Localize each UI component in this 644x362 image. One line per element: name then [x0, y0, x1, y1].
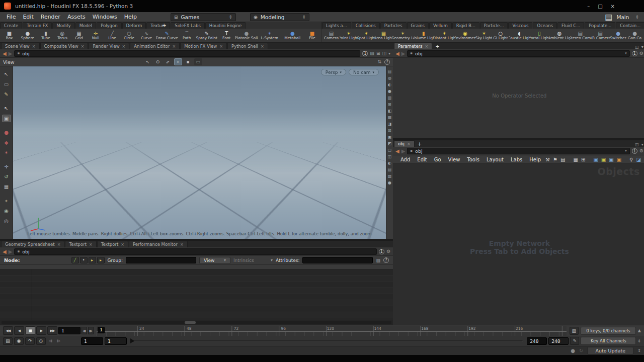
shelf-tool[interactable]: ◍ Ambient Light: [549, 29, 570, 42]
tab-close-icon[interactable]: ×: [407, 142, 411, 146]
display-option-icon[interactable]: ▢: [388, 148, 392, 152]
scroll-up-icon[interactable]: ▲: [638, 328, 641, 333]
nav-forward-icon[interactable]: ▶: [401, 51, 406, 56]
camera-select-button[interactable]: No cam▾: [349, 69, 379, 75]
prev-key-icon[interactable]: ◂▮: [47, 339, 54, 343]
network-menu-item[interactable]: Help: [526, 157, 544, 162]
menu-item[interactable]: Windows: [89, 13, 121, 21]
display-option-icon[interactable]: ●: [388, 89, 391, 94]
display-option-icon[interactable]: ◨: [388, 122, 392, 126]
nav-back-icon[interactable]: ◀: [3, 249, 7, 254]
nav-back-icon[interactable]: ◀: [395, 51, 399, 56]
viewport-tool-icon[interactable]: ⌖: [174, 58, 182, 65]
update-mode-dropdown[interactable]: Auto Update: [587, 347, 633, 354]
add-shelf-tab-button[interactable]: +: [159, 23, 169, 28]
desktop-mode-selector[interactable]: ◉ Modeling ⇕: [250, 13, 309, 21]
nav-forward-icon[interactable]: ▶: [401, 148, 406, 154]
network-menu-item[interactable]: Add: [397, 157, 414, 162]
network-menu-item[interactable]: Edit: [414, 157, 430, 162]
shelf-tab[interactable]: Contain...: [616, 22, 644, 29]
shelf-tab[interactable]: Particles: [380, 22, 407, 29]
network-toolbar-icon[interactable]: ▣: [617, 157, 621, 162]
shelf-tool[interactable]: ■ Box: [1, 29, 18, 42]
shelf-tab[interactable]: Viscous: [508, 22, 532, 29]
tab-close-icon[interactable]: ×: [173, 44, 176, 49]
range-end-display[interactable]: [548, 337, 569, 345]
add-pane-tab-button[interactable]: +: [433, 44, 442, 49]
shelf-tab[interactable]: Collisions: [352, 22, 380, 29]
link-number-badge[interactable]: 1: [379, 249, 384, 254]
network-path-input[interactable]: ▪ obj ▾: [407, 148, 629, 154]
network-menu-item[interactable]: Labs: [507, 157, 526, 162]
attributes-input[interactable]: [302, 257, 373, 263]
intrinsics-dropdown[interactable]: Intrinsics ▾: [233, 258, 273, 263]
nav-forward-icon[interactable]: ▶: [9, 51, 13, 56]
shelf-tool[interactable]: ✎ Draw Curve: [155, 29, 179, 42]
playback-option-icon[interactable]: ◉: [14, 337, 24, 345]
scene-viewport[interactable]: Persp▾ No cam▾ Left mouse tumbles. Middl…: [13, 66, 386, 239]
tab-close-icon[interactable]: ×: [219, 44, 223, 49]
pane-menu-icon[interactable]: ◫: [635, 45, 639, 49]
view-menu[interactable]: View: [3, 59, 15, 65]
menu-item[interactable]: Assets: [64, 13, 89, 21]
playback-option-icon[interactable]: ◷: [36, 337, 46, 345]
network-toolbar-icon[interactable]: ▣: [609, 157, 613, 162]
range-start-input[interactable]: [81, 337, 103, 345]
shelf-tool[interactable]: ⌒ Path: [179, 29, 195, 42]
shelf-tool[interactable]: ◉ Environment Light: [455, 29, 475, 42]
viewport-side-tool-icon[interactable]: ▣: [2, 115, 11, 122]
spreadsheet-table[interactable]: [0, 265, 393, 325]
shelf-tool[interactable]: ● Platonic Solids: [235, 29, 258, 42]
help-icon[interactable]: ?: [383, 257, 389, 263]
pane-tab[interactable]: Composite View ×: [40, 43, 89, 49]
current-frame-marker[interactable]: 1: [98, 327, 105, 333]
tab-close-icon[interactable]: ×: [180, 242, 184, 247]
display-option-icon[interactable]: ⊞: [388, 102, 391, 107]
horizontal-scrollbar[interactable]: [2, 321, 391, 324]
playback-option-icon[interactable]: ▤: [3, 337, 13, 345]
viewport-side-tool-icon[interactable]: ◆: [2, 139, 11, 146]
shelf-tool[interactable]: ∿ Curve: [138, 29, 155, 42]
network-menu-item[interactable]: Go: [431, 157, 445, 162]
shelf-tool[interactable]: ▯ Portal Light: [530, 29, 549, 42]
display-option-icon[interactable]: ▣: [388, 135, 392, 139]
viewport-side-tool-icon[interactable]: ↺: [2, 173, 11, 180]
scene-path-input[interactable]: ▪ obj: [14, 50, 360, 57]
display-option-icon[interactable]: ◩: [388, 141, 392, 146]
shelf-tool[interactable]: ▤ Camera: [323, 29, 340, 42]
transport-button[interactable]: ▶▶: [47, 326, 57, 335]
nav-back-icon[interactable]: ◀: [3, 51, 7, 56]
transport-button[interactable]: ▶: [36, 326, 46, 335]
pane-tab[interactable]: obj ×: [394, 140, 415, 147]
scrollbar-thumb[interactable]: [185, 321, 196, 324]
maximize-button[interactable]: □: [598, 4, 602, 9]
pane-menu-icon[interactable]: ◫: [382, 51, 386, 56]
shelf-tool[interactable]: ▦ Area Light: [375, 29, 392, 42]
link-number-badge[interactable]: 1: [632, 51, 637, 56]
shelf-tool[interactable]: ✎ Spray Paint: [195, 29, 218, 42]
shelf-tool[interactable]: ○ GI Light: [492, 29, 509, 42]
network-toolbar-icon[interactable]: ⚑: [553, 157, 557, 162]
tab-close-icon[interactable]: ×: [425, 44, 429, 49]
shelf-tab[interactable]: Oceans: [533, 22, 557, 29]
range-handle-icon[interactable]: [130, 338, 134, 343]
pane-tab[interactable]: Render View ×: [89, 43, 129, 49]
shelf-tab[interactable]: Polygon: [97, 22, 121, 29]
range-end-input[interactable]: [527, 337, 547, 345]
shelf-tool[interactable]: ✶ Geometry Light: [392, 29, 413, 42]
tab-close-icon[interactable]: ×: [261, 44, 264, 49]
shelf-tab[interactable]: Rigid B...: [452, 22, 479, 29]
shelf-tool[interactable]: ◖ Caustic Light: [509, 29, 529, 42]
shelf-tool[interactable]: ● Switcher: [610, 29, 626, 42]
display-option-icon[interactable]: ◫: [388, 154, 392, 159]
display-option-icon[interactable]: ▥: [388, 96, 392, 100]
nav-back-icon[interactable]: ◀: [395, 148, 399, 154]
shelf-tool[interactable]: ◎ Torus: [54, 29, 70, 42]
spreadsheet-filter-icon[interactable]: ▸: [89, 257, 96, 263]
minimize-button[interactable]: –: [587, 4, 590, 9]
shelf-tool[interactable]: ✶ Distant Light: [434, 29, 455, 42]
viewport-side-tool-icon[interactable]: ◉: [2, 207, 11, 215]
key-mode-dropdown[interactable]: Key All Channels: [581, 337, 636, 345]
display-option-icon[interactable]: ◧: [388, 109, 392, 113]
add-pane-tab-button[interactable]: +: [415, 141, 424, 147]
